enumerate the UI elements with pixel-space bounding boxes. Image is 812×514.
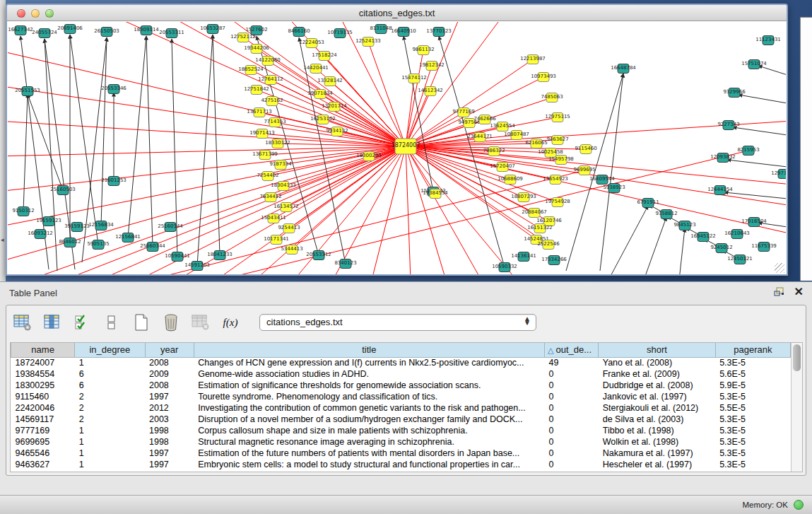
row-selection-icon[interactable]: [71, 312, 93, 333]
graph-node[interactable]: 20553312: [306, 251, 331, 260]
table-row[interactable]: 1938455462009Genome-wide association stu…: [11, 368, 791, 380]
graph-node[interactable]: 7254402: [257, 172, 278, 181]
delete-table-icon[interactable]: [190, 312, 211, 333]
table-row[interactable]: 1872400712008Changes of HCN gene express…: [11, 357, 791, 368]
graph-node[interactable]: 25160344: [158, 223, 183, 232]
graph-node[interactable]: 17518224: [312, 52, 337, 61]
graph-node[interactable]: 12224053: [299, 39, 324, 48]
graph-node[interactable]: 11123431: [755, 36, 781, 45]
graph-node[interactable]: 10590441: [165, 252, 190, 262]
graph-node[interactable]: 12156841: [115, 233, 141, 243]
graph-node[interactable]: 16640910: [391, 28, 416, 37]
graph-node[interactable]: 4275162: [261, 97, 283, 106]
graph-node[interactable]: 12971011: [771, 170, 786, 179]
graph-node[interactable]: 14612342: [418, 87, 443, 96]
graph-node[interactable]: 19384554: [423, 189, 448, 199]
float-panel-icon[interactable]: [774, 287, 784, 297]
graph-node[interactable]: 8131048: [370, 25, 392, 34]
graph-node[interactable]: 15474112: [401, 74, 427, 83]
graph-node[interactable]: 12524133: [355, 37, 381, 47]
graph-node[interactable]: 5344413: [281, 245, 302, 255]
column-header-in-degree[interactable]: in_degree: [75, 343, 145, 357]
close-panel-icon[interactable]: ✕: [794, 286, 804, 298]
column-header-pagerank[interactable]: pagerank: [715, 343, 790, 357]
scrollbar-thumb[interactable]: [793, 344, 801, 371]
left-panel-collapsed-strip[interactable]: ◂: [0, 0, 6, 281]
graph-node[interactable]: 13654923: [543, 175, 568, 185]
delete-columns-icon[interactable]: [160, 312, 182, 333]
graph-node[interactable]: 25160503: [50, 186, 76, 195]
graph-node[interactable]: 5905135: [87, 240, 109, 250]
graph-node[interactable]: 10171341: [264, 235, 289, 245]
function-builder-icon[interactable]: f(x): [220, 312, 241, 333]
graph-node[interactable]: 10653287: [200, 25, 225, 34]
graph-node[interactable]: 9845123: [673, 221, 695, 230]
graph-node[interactable]: 13770123: [426, 28, 452, 37]
graph-node[interactable]: 24055724: [32, 29, 57, 38]
graph-node[interactable]: 16210643: [724, 230, 750, 239]
graph-node[interactable]: 12450121: [727, 255, 753, 264]
graph-node[interactable]: 16409544: [589, 175, 615, 185]
graph-node[interactable]: 9115460: [575, 145, 596, 154]
graph-node[interactable]: 6791911: [637, 199, 659, 208]
network-canvas[interactable]: 1872400718300295166273422405572420691406…: [8, 22, 786, 274]
graph-node[interactable]: 9150312: [12, 207, 34, 216]
panel-expand-arrow-icon[interactable]: ◂: [1, 236, 4, 243]
graph-node[interactable]: 18041233: [207, 251, 233, 260]
column-header-out-de-[interactable]: △out_de...: [545, 343, 599, 357]
graph-node[interactable]: 9245012: [710, 244, 732, 253]
column-visibility-icon[interactable]: [42, 312, 63, 333]
graph-node[interactable]: 18330122: [265, 139, 290, 148]
graph-node[interactable]: 18724007: [392, 139, 420, 154]
graph-node[interactable]: 16648784: [611, 64, 636, 74]
graph-node[interactable]: 19344206: [244, 45, 269, 54]
column-header-short[interactable]: short: [599, 343, 715, 357]
table-settings-icon[interactable]: [12, 312, 33, 333]
graph-node[interactable]: 7485063: [541, 93, 563, 103]
graph-node[interactable]: 18807293: [511, 193, 536, 202]
graph-node[interactable]: 8340123: [334, 259, 356, 269]
graph-node[interactable]: 18309114: [134, 26, 159, 35]
graph-node[interactable]: 16627342: [8, 26, 33, 35]
graph-node[interactable]: 20691406: [57, 25, 83, 34]
graph-node[interactable]: 9463627: [546, 136, 568, 145]
graph-node[interactable]: 8215953: [737, 146, 759, 156]
graph-node[interactable]: 7634412: [259, 193, 281, 202]
graph-node[interactable]: 9777169: [452, 108, 474, 117]
window-resize-grip[interactable]: [775, 263, 784, 273]
graph-node[interactable]: 9187334: [269, 160, 292, 170]
graph-node[interactable]: 19159123: [36, 217, 61, 226]
graph-node[interactable]: 9699695: [573, 166, 595, 175]
table-row[interactable]: 911546021997Tourette syndrome. Phenomeno…: [11, 391, 791, 402]
graph-node[interactable]: 14122060: [255, 57, 281, 66]
graph-node[interactable]: 23644171: [467, 133, 493, 142]
graph-node[interactable]: 10719135: [327, 29, 353, 38]
graph-node[interactable]: 10688609: [498, 175, 523, 185]
graph-node[interactable]: 14420441: [303, 64, 329, 74]
graph-node[interactable]: 9329966: [723, 88, 746, 98]
table-row[interactable]: 1456911722003Disruption of a novel membe…: [11, 414, 791, 425]
table-row[interactable]: 946554611997Estimation of the future num…: [11, 448, 791, 459]
graph-node[interactable]: 12752112: [230, 33, 256, 42]
graph-node[interactable]: 14136141: [511, 252, 536, 262]
table-vertical-scrollbar[interactable]: [791, 343, 802, 472]
table-row[interactable]: 1830029562008Estimation of significance …: [11, 380, 791, 391]
graph-node[interactable]: 5938923: [603, 184, 625, 193]
column-header-year[interactable]: year: [145, 343, 194, 357]
graph-node[interactable]: 17334266: [541, 256, 567, 265]
graph-node[interactable]: 13671399: [252, 151, 278, 160]
graph-node[interactable]: 20884067: [522, 209, 547, 218]
background-network-window[interactable]: [800, 17, 812, 281]
graph-node[interactable]: 9254413: [278, 224, 300, 233]
graph-node[interactable]: 12975115: [545, 113, 570, 122]
column-header-name[interactable]: name: [11, 343, 75, 357]
graph-node[interactable]: 2522546: [537, 240, 560, 250]
table-row[interactable]: 977716911998Corpus callosum shape and si…: [11, 425, 791, 436]
graph-node[interactable]: 19812342: [419, 62, 445, 71]
table-row[interactable]: 2242004622012Investigating the contribut…: [11, 402, 791, 414]
graph-node[interactable]: 12764112: [258, 76, 283, 85]
rows-icon[interactable]: [101, 312, 122, 333]
graph-node[interactable]: 10590332: [492, 263, 517, 272]
graph-node[interactable]: 9227343: [717, 121, 739, 130]
graph-node[interactable]: 6216065: [525, 139, 547, 148]
